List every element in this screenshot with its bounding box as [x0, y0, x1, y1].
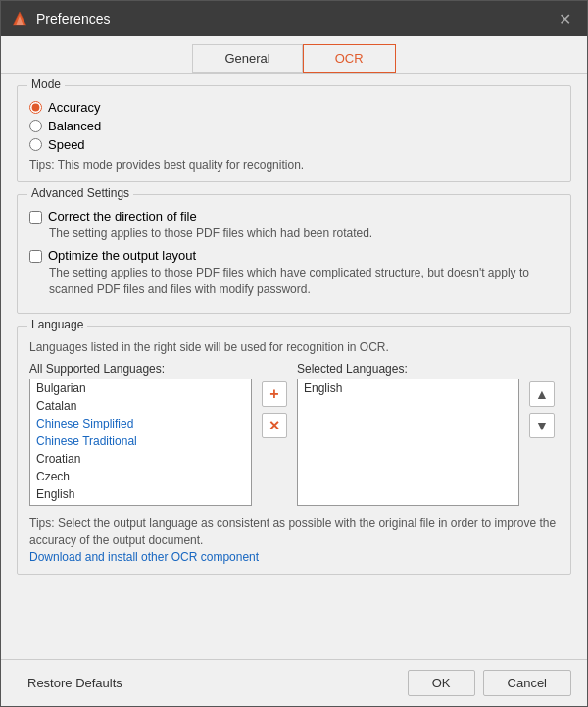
mode-speed[interactable]: Speed: [29, 137, 559, 152]
correct-direction-checkbox[interactable]: [29, 211, 42, 224]
mode-speed-label: Speed: [48, 137, 85, 152]
mode-section: Mode Accuracy Balanced Speed Tips: This …: [17, 85, 571, 182]
optimize-layout-desc: The setting applies to those PDF files w…: [49, 265, 559, 298]
cancel-button[interactable]: Cancel: [483, 670, 571, 696]
add-remove-buttons: + ✕: [258, 362, 291, 438]
mode-balanced[interactable]: Balanced: [29, 119, 559, 133]
list-item[interactable]: Czech: [30, 468, 251, 485]
tab-ocr[interactable]: OCR: [303, 44, 396, 73]
list-item[interactable]: English: [298, 379, 518, 397]
setting-optimize-layout[interactable]: Optimize the output layout: [29, 248, 559, 263]
preferences-window: Preferences ✕ General OCR Mode Accuracy …: [0, 0, 588, 707]
mode-balanced-label: Balanced: [48, 119, 101, 133]
list-item[interactable]: French: [30, 503, 251, 506]
tab-bar: General OCR: [1, 36, 587, 74]
all-languages-label: All Supported Languages:: [29, 362, 252, 376]
optimize-layout-checkbox[interactable]: [29, 250, 42, 263]
list-item[interactable]: Chinese Simplified: [30, 415, 251, 432]
advanced-section-label: Advanced Settings: [27, 186, 133, 200]
mode-speed-radio[interactable]: [29, 138, 42, 151]
correct-direction-label: Correct the direction of file: [48, 209, 197, 224]
selected-languages-col: Selected Languages: English: [297, 362, 519, 506]
footer-right: OK Cancel: [408, 670, 571, 696]
list-item[interactable]: Bulgarian: [30, 379, 251, 397]
window-title: Preferences: [36, 11, 553, 26]
mode-accuracy-label: Accuracy: [48, 100, 100, 115]
language-columns: All Supported Languages: Bulgarian Catal…: [29, 362, 559, 506]
move-down-button[interactable]: ▼: [529, 413, 555, 438]
app-icon: [11, 10, 28, 27]
all-languages-col: All Supported Languages: Bulgarian Catal…: [29, 362, 252, 506]
list-item[interactable]: Catalan: [30, 397, 251, 415]
advanced-section: Advanced Settings Correct the direction …: [17, 194, 571, 314]
mode-radio-group: Accuracy Balanced Speed: [29, 100, 559, 152]
mode-tips: Tips: This mode provides best quality fo…: [29, 158, 559, 172]
all-languages-listbox[interactable]: Bulgarian Catalan Chinese Simplified Chi…: [29, 379, 252, 506]
mode-section-label: Mode: [27, 77, 65, 91]
title-bar: Preferences ✕: [1, 1, 587, 36]
close-button[interactable]: ✕: [553, 8, 577, 30]
language-desc: Languages listed in the right side will …: [29, 340, 559, 354]
up-down-buttons: ▲ ▼: [525, 362, 559, 438]
mode-accuracy-radio[interactable]: [29, 101, 42, 114]
language-tips: Tips: Select the output language as cons…: [29, 514, 559, 549]
add-language-button[interactable]: +: [262, 381, 287, 407]
remove-language-button[interactable]: ✕: [262, 413, 287, 438]
ok-button[interactable]: OK: [408, 670, 475, 696]
main-content: Mode Accuracy Balanced Speed Tips: This …: [1, 74, 587, 659]
list-item[interactable]: English: [30, 485, 251, 503]
correct-direction-desc: The setting applies to those PDF files w…: [49, 226, 559, 242]
language-section-label: Language: [27, 318, 87, 331]
optimize-layout-label: Optimize the output layout: [48, 248, 196, 263]
move-up-button[interactable]: ▲: [529, 381, 555, 407]
language-section: Language Languages listed in the right s…: [17, 326, 571, 575]
tab-general[interactable]: General: [192, 44, 302, 73]
restore-defaults-button[interactable]: Restore Defaults: [17, 670, 133, 696]
setting-correct-direction[interactable]: Correct the direction of file: [29, 209, 559, 224]
selected-languages-label: Selected Languages:: [297, 362, 519, 376]
mode-balanced-radio[interactable]: [29, 120, 42, 132]
list-item[interactable]: Chinese Traditional: [30, 432, 251, 450]
list-item[interactable]: Croatian: [30, 450, 251, 468]
selected-languages-listbox[interactable]: English: [297, 379, 519, 506]
download-ocr-link[interactable]: Download and install other OCR component: [29, 550, 259, 564]
mode-accuracy[interactable]: Accuracy: [29, 100, 559, 115]
footer: Restore Defaults OK Cancel: [1, 659, 587, 706]
